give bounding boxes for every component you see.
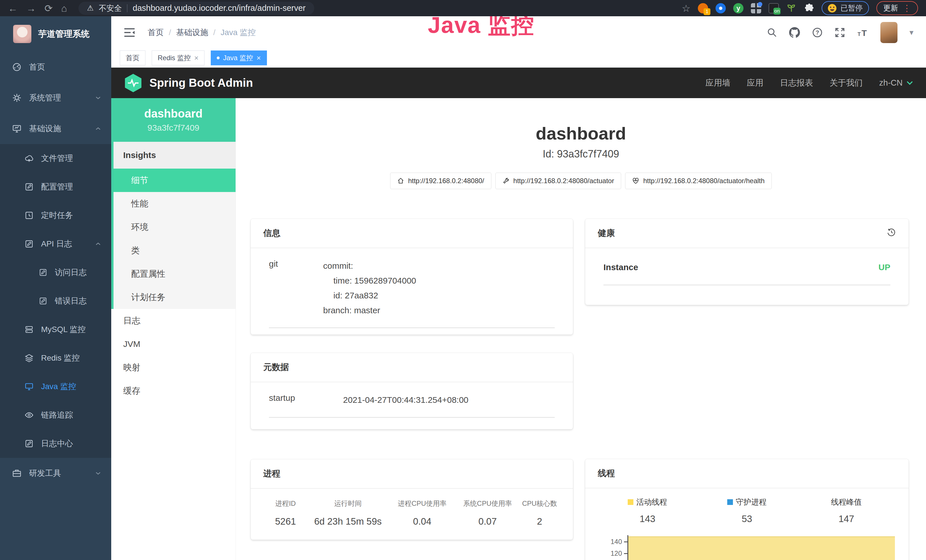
y-tick-mark (624, 542, 627, 542)
sba-nav-about[interactable]: 关于我们 (830, 77, 863, 89)
tab-redis-monitor[interactable]: Redis 监控 × (152, 50, 204, 65)
threads-chart: 140 120 100 (598, 534, 896, 560)
puzzle-extensions-icon[interactable] (804, 3, 814, 14)
sba-nav-wallboard[interactable]: 应用墙 (705, 77, 730, 89)
browser-back-icon[interactable]: ← (8, 3, 18, 13)
cpu-cores: 2 (519, 516, 560, 527)
legend-daemon-threads: 守护进程 53 (697, 497, 797, 524)
sidebar-item-label: 基础设施 (29, 123, 88, 134)
yellow-legend-swatch (628, 499, 633, 505)
process-col-label: 系统CPU使用率 (456, 499, 519, 508)
actuator-url-button[interactable]: http://192.168.0.2:48080/actuator (495, 173, 622, 189)
sidebar-item-dev-tools[interactable]: 研发工具 (0, 458, 111, 489)
legend-label: 线程峰值 (831, 497, 862, 507)
sba-item-caches[interactable]: 缓存 (111, 379, 236, 403)
sba-item-jvm[interactable]: JVM (111, 332, 236, 356)
sba-nav-links: 应用墙 应用 日志报表 关于我们 zh-CN (705, 77, 913, 89)
browser-reload-icon[interactable]: ⟳ (44, 3, 53, 13)
search-icon[interactable] (767, 27, 777, 38)
sba-instance-header[interactable]: dashboard 93a3fc7f7409 (111, 98, 236, 142)
app-sidebar: 芋道管理系统 首页 系统管理 基础设施 (0, 16, 111, 560)
sba-nav-journal[interactable]: 日志报表 (780, 77, 813, 89)
sidebar-item-label: 定时任务 (41, 210, 100, 221)
sidebar-item-infra[interactable]: 基础设施 (0, 113, 111, 144)
paused-extension-pill[interactable]: 已暂停 (822, 1, 869, 15)
metadata-card: 元数据 startup 2021-04-27T00:44:31.254+08:0… (251, 353, 573, 429)
leaf-extension-icon[interactable] (786, 3, 796, 14)
active-dot-icon (217, 56, 219, 59)
update-browser-pill[interactable]: 更新 ⋮ (876, 1, 918, 15)
sidebar-item-redis-monitor[interactable]: Redis 监控 (0, 344, 111, 372)
sidebar-item-label: 文件管理 (41, 153, 100, 164)
sidebar-item-java-monitor[interactable]: Java 监控 (0, 372, 111, 401)
hamburger-collapse-icon[interactable] (124, 28, 135, 37)
tab-home[interactable]: 首页 (120, 50, 145, 65)
fullscreen-icon[interactable] (835, 27, 845, 38)
tab-java-monitor[interactable]: Java 监控 × (211, 50, 267, 65)
metadata-row: startup 2021-04-27T00:44:31.254+08:00 (269, 392, 555, 418)
sidebar-item-api-logs[interactable]: API 日志 (0, 230, 111, 258)
sidebar-item-log-center[interactable]: 日志中心 (0, 429, 111, 458)
system-cpu: 0.07 (456, 516, 519, 527)
breadcrumb-home[interactable]: 首页 (148, 27, 164, 38)
sidebar-item-error-logs[interactable]: 错误日志 (0, 287, 111, 315)
sidebar-item-label: 首页 (29, 62, 100, 73)
layers-icon (24, 353, 34, 363)
sba-item-classes[interactable]: 类 (113, 239, 236, 262)
y-tick-mark (624, 553, 627, 554)
breadcrumb-infra[interactable]: 基础设施 (176, 27, 208, 38)
sidebar-item-scheduled-jobs[interactable]: 定时任务 (0, 201, 111, 230)
sidebar-item-home[interactable]: 首页 (0, 51, 111, 82)
sidebar-item-tracing[interactable]: 链路追踪 (0, 401, 111, 429)
extension-icon[interactable]: 1 (698, 3, 708, 14)
legend-label: 守护进程 (736, 497, 767, 507)
breadcrumb-current: Java 监控 (221, 27, 256, 38)
sidebar-item-file-mgmt[interactable]: 文件管理 (0, 144, 111, 173)
grid-extension-icon[interactable] (751, 3, 761, 14)
history-icon[interactable] (887, 228, 896, 239)
database-icon (24, 325, 34, 334)
info-git-row: git commit: time: 1596289704000 id: 27aa… (269, 259, 555, 328)
metadata-value: 2021-04-27T00:44:31.254+08:00 (343, 392, 469, 407)
health-instance-row: Instance UP (604, 259, 890, 285)
browser-forward-icon[interactable]: → (26, 3, 36, 13)
bookmark-star-icon[interactable]: ☆ (682, 3, 690, 13)
browser-home-icon[interactable]: ⌂ (61, 3, 67, 13)
info-value: commit: time: 1596289704000 id: 27aa832 … (323, 259, 416, 318)
svg-text:T: T (858, 31, 861, 37)
pin-extension-icon[interactable] (716, 3, 726, 14)
sidebar-item-access-logs[interactable]: 访问日志 (0, 258, 111, 287)
sba-item-config-props[interactable]: 配置属性 (113, 262, 236, 286)
process-card: 进程 进程ID 运行时间 进程CPU使用率 系统CPU使用率 CPU核心数 (251, 459, 573, 540)
sidebar-item-mysql-monitor[interactable]: MySQL 监控 (0, 315, 111, 344)
close-icon[interactable]: × (257, 54, 261, 62)
address-bar[interactable]: ⚠ 不安全 dashboard.yudao.iocoder.cn/infra/a… (79, 2, 314, 15)
close-icon[interactable]: × (194, 54, 198, 62)
y-extension-icon[interactable]: y (733, 3, 743, 14)
user-avatar[interactable] (881, 22, 897, 43)
git-id-line: id: 27aa832 (323, 288, 416, 303)
sba-item-details[interactable]: 细节 (113, 169, 236, 192)
insights-group-header: Insights (113, 142, 236, 169)
font-size-icon[interactable]: TT (857, 27, 869, 38)
github-icon[interactable] (789, 27, 800, 38)
service-url-button[interactable]: http://192.168.0.2:48080/ (390, 173, 492, 189)
breadcrumb-separator: / (213, 28, 216, 37)
sba-item-environment[interactable]: 环境 (113, 215, 236, 239)
sba-nav-applications[interactable]: 应用 (747, 77, 763, 89)
sba-item-scheduled-tasks[interactable]: 计划任务 (113, 286, 236, 309)
switch-extension-icon[interactable]: on (769, 3, 779, 14)
app-logo-row[interactable]: 芋道管理系统 (0, 16, 111, 51)
sba-item-metrics[interactable]: 性能 (113, 192, 236, 215)
sba-brand[interactable]: Spring Boot Admin (124, 73, 253, 93)
sba-item-mappings[interactable]: 映射 (111, 356, 236, 379)
browser-menu-kebab-icon[interactable]: ⋮ (903, 4, 911, 12)
sba-language-select[interactable]: zh-CN (879, 78, 913, 88)
health-url-button[interactable]: http://192.168.0.2:48080/actuator/health (625, 173, 772, 189)
sidebar-item-system[interactable]: 系统管理 (0, 82, 111, 113)
sba-item-logs[interactable]: 日志 (111, 309, 236, 332)
user-menu-caret-icon[interactable]: ▾ (909, 28, 914, 37)
help-icon[interactable]: ? (812, 27, 823, 38)
sidebar-item-label: Java 监控 (41, 381, 100, 392)
sidebar-item-config-mgmt[interactable]: 配置管理 (0, 173, 111, 201)
